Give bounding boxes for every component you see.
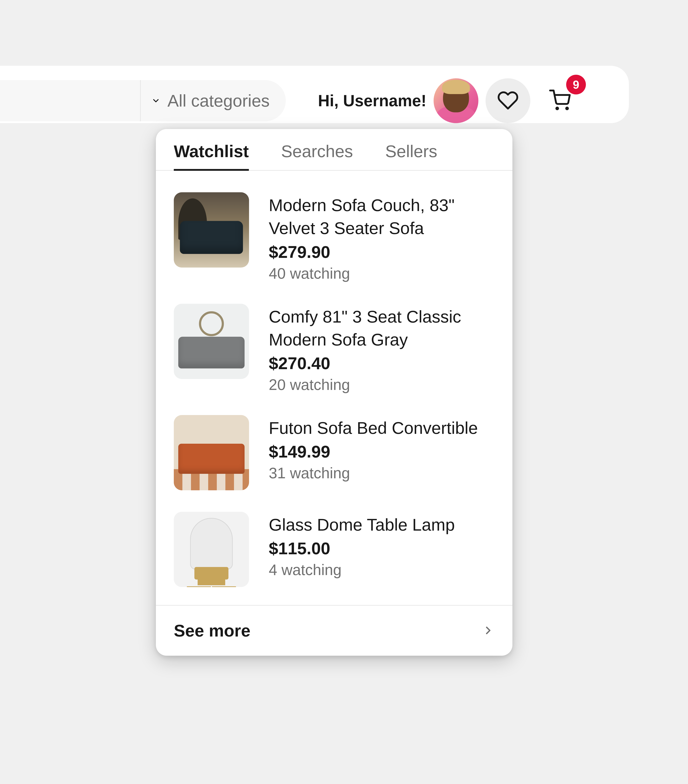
item-price: $115.00 (269, 539, 455, 558)
chevron-down-icon (151, 96, 160, 105)
item-info: Comfy 81" 3 Seat Classic Modern Sofa Gra… (269, 304, 494, 394)
item-price: $149.99 (269, 442, 478, 461)
tab-sellers[interactable]: Sellers (385, 142, 437, 170)
item-price: $279.90 (269, 242, 494, 262)
cart-badge: 9 (566, 75, 586, 94)
item-watching: 20 watching (269, 376, 494, 394)
list-item[interactable]: Futon Sofa Bed Convertible $149.99 31 wa… (174, 404, 494, 501)
item-title: Futon Sofa Bed Convertible (269, 417, 478, 440)
item-info: Modern Sofa Couch, 83" Velvet 3 Seater S… (269, 192, 494, 282)
item-title: Modern Sofa Couch, 83" Velvet 3 Seater S… (269, 194, 494, 240)
search-area: All categories (0, 80, 286, 121)
item-watching: 31 watching (269, 464, 478, 482)
see-more-label: See more (174, 621, 250, 641)
watchlist-dropdown: Watchlist Searches Sellers Modern Sofa C… (156, 129, 512, 656)
item-info: Futon Sofa Bed Convertible $149.99 31 wa… (269, 415, 478, 490)
category-select[interactable]: All categories (140, 80, 286, 121)
item-thumbnail (174, 304, 249, 379)
page-card: All categories Hi, Username! 9 (0, 66, 629, 123)
item-title: Glass Dome Table Lamp (269, 513, 455, 536)
favorites-button[interactable] (486, 78, 530, 123)
list-item[interactable]: Glass Dome Table Lamp $115.00 4 watching (174, 501, 494, 598)
dropdown-tabs: Watchlist Searches Sellers (156, 129, 512, 171)
chevron-right-icon (482, 624, 494, 637)
item-watching: 40 watching (269, 265, 494, 282)
see-more-button[interactable]: See more (156, 605, 512, 656)
item-thumbnail (174, 512, 249, 587)
tab-searches[interactable]: Searches (281, 142, 353, 170)
item-price: $270.40 (269, 354, 494, 373)
cart-icon (549, 90, 571, 112)
greeting-text: Hi, Username! (318, 92, 426, 110)
cart-button[interactable]: 9 (538, 78, 582, 123)
svg-point-0 (556, 107, 558, 109)
item-watching: 4 watching (269, 561, 455, 579)
tab-watchlist[interactable]: Watchlist (174, 142, 249, 170)
watchlist-items: Modern Sofa Couch, 83" Velvet 3 Seater S… (156, 171, 512, 605)
search-input[interactable] (0, 80, 140, 121)
item-thumbnail (174, 415, 249, 490)
heart-icon (497, 90, 519, 112)
header-bar: All categories Hi, Username! 9 (0, 78, 629, 123)
list-item[interactable]: Modern Sofa Couch, 83" Velvet 3 Seater S… (174, 181, 494, 293)
svg-point-1 (566, 107, 568, 109)
item-thumbnail (174, 192, 249, 268)
item-title: Comfy 81" 3 Seat Classic Modern Sofa Gra… (269, 305, 494, 351)
avatar[interactable] (434, 78, 478, 123)
category-label: All categories (168, 91, 270, 110)
item-info: Glass Dome Table Lamp $115.00 4 watching (269, 512, 455, 587)
list-item[interactable]: Comfy 81" 3 Seat Classic Modern Sofa Gra… (174, 293, 494, 404)
